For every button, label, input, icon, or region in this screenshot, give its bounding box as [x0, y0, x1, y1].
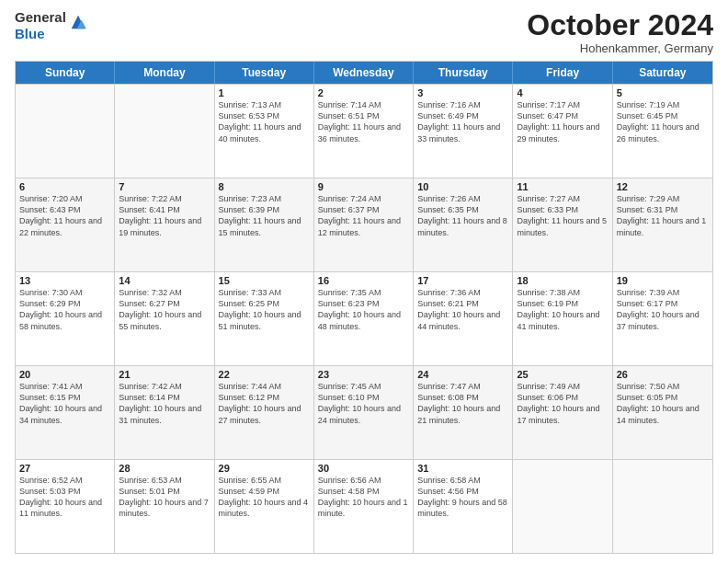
- day-info: Sunrise: 7:50 AM Sunset: 6:05 PM Dayligh…: [617, 381, 709, 426]
- calendar-row-1: 1Sunrise: 7:13 AM Sunset: 6:53 PM Daylig…: [16, 84, 712, 178]
- day-header-monday: Monday: [115, 62, 214, 84]
- day-number: 24: [417, 369, 508, 380]
- cal-cell-26: 26Sunrise: 7:50 AM Sunset: 6:05 PM Dayli…: [613, 366, 712, 459]
- day-number: 8: [219, 181, 310, 192]
- cal-cell-1: 1Sunrise: 7:13 AM Sunset: 6:53 PM Daylig…: [215, 85, 314, 178]
- cal-cell-20: 20Sunrise: 7:41 AM Sunset: 6:15 PM Dayli…: [16, 366, 115, 459]
- day-number: 25: [517, 369, 608, 380]
- day-number: 7: [119, 181, 210, 192]
- logo-icon: [68, 12, 88, 32]
- day-number: 28: [119, 463, 210, 474]
- day-info: Sunrise: 6:53 AM Sunset: 5:01 PM Dayligh…: [119, 475, 210, 520]
- day-info: Sunrise: 7:33 AM Sunset: 6:25 PM Dayligh…: [219, 287, 310, 332]
- day-info: Sunrise: 7:35 AM Sunset: 6:23 PM Dayligh…: [318, 287, 409, 332]
- day-number: 19: [617, 275, 709, 286]
- title-block: October 2024 Hohenkammer, Germany: [527, 9, 713, 55]
- calendar-body: 1Sunrise: 7:13 AM Sunset: 6:53 PM Daylig…: [16, 84, 712, 553]
- calendar: SundayMondayTuesdayWednesdayThursdayFrid…: [15, 61, 713, 554]
- day-number: 13: [19, 275, 110, 286]
- cal-cell-14: 14Sunrise: 7:32 AM Sunset: 6:27 PM Dayli…: [115, 272, 214, 365]
- day-header-wednesday: Wednesday: [314, 62, 414, 84]
- cal-cell-25: 25Sunrise: 7:49 AM Sunset: 6:06 PM Dayli…: [513, 366, 612, 459]
- page: General Blue October 2024 Hohenkammer, G…: [0, 0, 728, 563]
- day-info: Sunrise: 7:36 AM Sunset: 6:21 PM Dayligh…: [417, 287, 508, 332]
- day-info: Sunrise: 7:39 AM Sunset: 6:17 PM Dayligh…: [617, 287, 709, 332]
- day-number: 6: [19, 181, 110, 192]
- day-number: 14: [119, 275, 210, 286]
- cal-cell-7: 7Sunrise: 7:22 AM Sunset: 6:41 PM Daylig…: [115, 178, 214, 271]
- day-header-friday: Friday: [513, 62, 612, 84]
- cal-cell-17: 17Sunrise: 7:36 AM Sunset: 6:21 PM Dayli…: [414, 272, 513, 365]
- logo-general: General: [15, 9, 66, 26]
- cal-cell-empty-4-6: [613, 460, 712, 553]
- day-info: Sunrise: 7:20 AM Sunset: 6:43 PM Dayligh…: [19, 193, 110, 238]
- day-header-saturday: Saturday: [613, 62, 712, 84]
- cal-cell-empty-4-5: [513, 460, 612, 553]
- day-number: 1: [219, 87, 310, 98]
- cal-cell-8: 8Sunrise: 7:23 AM Sunset: 6:39 PM Daylig…: [215, 178, 314, 271]
- cal-cell-22: 22Sunrise: 7:44 AM Sunset: 6:12 PM Dayli…: [215, 366, 314, 459]
- cal-cell-2: 2Sunrise: 7:14 AM Sunset: 6:51 PM Daylig…: [314, 85, 414, 178]
- cal-cell-empty-0-1: [115, 85, 214, 178]
- day-number: 30: [318, 463, 409, 474]
- day-number: 22: [219, 369, 310, 380]
- day-info: Sunrise: 7:41 AM Sunset: 6:15 PM Dayligh…: [19, 381, 110, 426]
- day-info: Sunrise: 7:44 AM Sunset: 6:12 PM Dayligh…: [219, 381, 310, 426]
- cal-cell-13: 13Sunrise: 7:30 AM Sunset: 6:29 PM Dayli…: [16, 272, 115, 365]
- day-info: Sunrise: 7:26 AM Sunset: 6:35 PM Dayligh…: [417, 193, 508, 238]
- cal-cell-11: 11Sunrise: 7:27 AM Sunset: 6:33 PM Dayli…: [513, 178, 612, 271]
- cal-cell-15: 15Sunrise: 7:33 AM Sunset: 6:25 PM Dayli…: [215, 272, 314, 365]
- day-header-sunday: Sunday: [16, 62, 115, 84]
- day-info: Sunrise: 7:19 AM Sunset: 6:45 PM Dayligh…: [617, 99, 709, 144]
- calendar-row-2: 6Sunrise: 7:20 AM Sunset: 6:43 PM Daylig…: [16, 178, 712, 271]
- day-header-tuesday: Tuesday: [215, 62, 314, 84]
- day-number: 3: [417, 87, 508, 98]
- day-info: Sunrise: 6:58 AM Sunset: 4:56 PM Dayligh…: [417, 475, 508, 520]
- cal-cell-27: 27Sunrise: 6:52 AM Sunset: 5:03 PM Dayli…: [16, 460, 115, 553]
- day-number: 4: [517, 87, 608, 98]
- cal-cell-19: 19Sunrise: 7:39 AM Sunset: 6:17 PM Dayli…: [613, 272, 712, 365]
- day-number: 12: [617, 181, 709, 192]
- day-number: 11: [517, 181, 608, 192]
- logo: General Blue: [15, 9, 88, 42]
- day-number: 17: [417, 275, 508, 286]
- day-info: Sunrise: 6:52 AM Sunset: 5:03 PM Dayligh…: [19, 475, 110, 520]
- day-info: Sunrise: 7:38 AM Sunset: 6:19 PM Dayligh…: [517, 287, 608, 332]
- day-info: Sunrise: 7:32 AM Sunset: 6:27 PM Dayligh…: [119, 287, 210, 332]
- day-info: Sunrise: 7:22 AM Sunset: 6:41 PM Dayligh…: [119, 193, 210, 238]
- day-number: 5: [617, 87, 709, 98]
- cal-cell-31: 31Sunrise: 6:58 AM Sunset: 4:56 PM Dayli…: [414, 460, 513, 553]
- day-info: Sunrise: 7:29 AM Sunset: 6:31 PM Dayligh…: [617, 193, 709, 238]
- day-number: 31: [417, 463, 508, 474]
- day-info: Sunrise: 7:13 AM Sunset: 6:53 PM Dayligh…: [219, 99, 310, 144]
- day-info: Sunrise: 7:23 AM Sunset: 6:39 PM Dayligh…: [219, 193, 310, 238]
- day-info: Sunrise: 7:42 AM Sunset: 6:14 PM Dayligh…: [119, 381, 210, 426]
- cal-cell-24: 24Sunrise: 7:47 AM Sunset: 6:08 PM Dayli…: [414, 366, 513, 459]
- cal-cell-3: 3Sunrise: 7:16 AM Sunset: 6:49 PM Daylig…: [414, 85, 513, 178]
- subtitle: Hohenkammer, Germany: [527, 41, 713, 55]
- day-info: Sunrise: 7:14 AM Sunset: 6:51 PM Dayligh…: [318, 99, 409, 144]
- day-info: Sunrise: 6:56 AM Sunset: 4:58 PM Dayligh…: [318, 475, 409, 520]
- day-number: 20: [19, 369, 110, 380]
- day-number: 18: [517, 275, 608, 286]
- logo-blue: Blue: [15, 26, 66, 42]
- day-number: 23: [318, 369, 409, 380]
- cal-cell-21: 21Sunrise: 7:42 AM Sunset: 6:14 PM Dayli…: [115, 366, 214, 459]
- day-number: 21: [119, 369, 210, 380]
- day-header-thursday: Thursday: [414, 62, 513, 84]
- logo-text: General Blue: [15, 9, 66, 42]
- day-number: 16: [318, 275, 409, 286]
- calendar-header-row: SundayMondayTuesdayWednesdayThursdayFrid…: [16, 62, 712, 84]
- day-info: Sunrise: 7:47 AM Sunset: 6:08 PM Dayligh…: [417, 381, 508, 426]
- cal-cell-empty-0-0: [16, 85, 115, 178]
- day-info: Sunrise: 6:55 AM Sunset: 4:59 PM Dayligh…: [219, 475, 310, 520]
- day-info: Sunrise: 7:30 AM Sunset: 6:29 PM Dayligh…: [19, 287, 110, 332]
- day-number: 26: [617, 369, 709, 380]
- day-number: 15: [219, 275, 310, 286]
- calendar-row-4: 20Sunrise: 7:41 AM Sunset: 6:15 PM Dayli…: [16, 365, 712, 459]
- cal-cell-16: 16Sunrise: 7:35 AM Sunset: 6:23 PM Dayli…: [314, 272, 414, 365]
- cal-cell-4: 4Sunrise: 7:17 AM Sunset: 6:47 PM Daylig…: [513, 85, 612, 178]
- day-number: 27: [19, 463, 110, 474]
- day-info: Sunrise: 7:49 AM Sunset: 6:06 PM Dayligh…: [517, 381, 608, 426]
- day-info: Sunrise: 7:27 AM Sunset: 6:33 PM Dayligh…: [517, 193, 608, 238]
